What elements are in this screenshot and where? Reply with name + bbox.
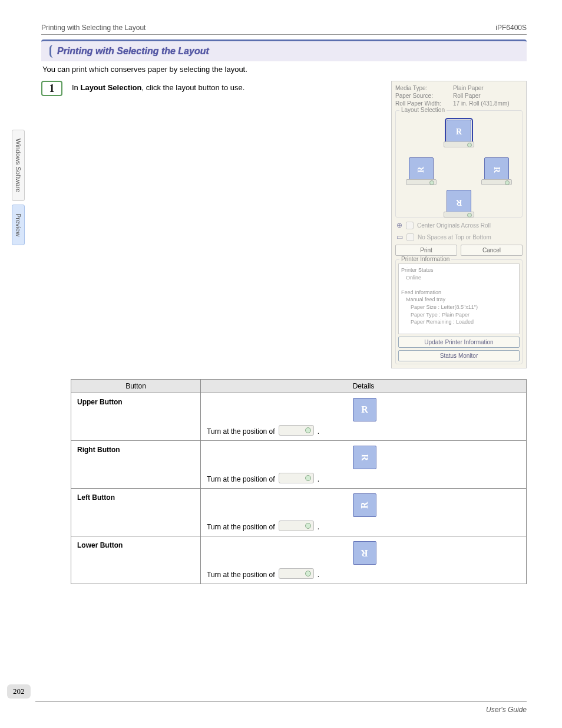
feed-l2: Paper Size : Letter(8.5"x11") — [401, 304, 517, 311]
cancel-button[interactable]: Cancel — [461, 245, 523, 256]
detail-prefix: Turn at the position of — [207, 475, 275, 483]
chk-center[interactable] — [406, 222, 414, 229]
button-name-cell: Left Button — [71, 489, 201, 536]
table-row: Lower ButtonRTurn at the position of . — [71, 536, 527, 584]
layout-lower-button[interactable]: R — [447, 190, 471, 215]
col-button: Button — [71, 380, 201, 393]
center-icon: ⊕ — [396, 221, 402, 229]
chk-nospace-label: No Spaces at Top or Bottom — [418, 234, 491, 241]
detail-prefix: Turn at the position of — [207, 523, 275, 531]
r-glyph-icon: R — [456, 127, 462, 137]
roll-icon — [279, 473, 314, 483]
detail-prefix: Turn at the position of — [207, 571, 275, 579]
step-suffix: , click the layout button to use. — [142, 83, 245, 92]
step-prefix: In — [72, 83, 80, 92]
page-number: 202 — [7, 684, 31, 699]
paper-source-label: Paper Source: — [395, 93, 448, 99]
page-title: Printing with Selecting the Layout — [49, 45, 215, 58]
media-type-value: Plain Paper — [453, 85, 484, 91]
roll-icon — [279, 568, 314, 579]
detail-cell: RTurn at the position of . — [201, 441, 527, 489]
no-spaces-checkbox[interactable]: ▭No Spaces at Top or Bottom — [396, 233, 521, 241]
button-name-cell: Right Button — [71, 441, 201, 489]
button-name-cell: Lower Button — [71, 536, 201, 584]
col-details: Details — [201, 380, 527, 393]
step-bold: Layout Selection — [80, 83, 141, 92]
detail-cell: RTurn at the position of . — [201, 536, 527, 584]
intro-text: You can print which conserves paper by s… — [42, 65, 525, 74]
detail-suffix: . — [318, 523, 319, 531]
button-name-cell: Upper Button — [71, 393, 201, 441]
r-glyph-icon: R — [359, 454, 370, 461]
layout-selection-group: Layout Selection R R R R — [395, 110, 523, 218]
nospace-icon: ▭ — [396, 233, 403, 241]
print-button[interactable]: Print — [395, 245, 457, 256]
feed-l1: Manual feed tray — [401, 296, 517, 304]
update-printer-button[interactable]: Update Printer Information — [398, 337, 520, 348]
printer-status-box: Printer Status Online Feed Information M… — [398, 263, 520, 334]
breadcrumb: Printing with Selecting the Layout — [41, 24, 146, 32]
r-glyph-icon: R — [416, 167, 426, 173]
table-row: Left ButtonRTurn at the position of . — [71, 489, 527, 536]
status-online: Online — [401, 274, 517, 282]
layout-selection-title: Layout Selection — [399, 107, 447, 113]
layout-right-button[interactable]: R — [484, 157, 509, 182]
side-tab-preview[interactable]: Preview — [12, 205, 25, 245]
top-bar: Printing with Selecting the Layout iPF64… — [41, 24, 527, 35]
roll-title: Roll Paper 1 — [401, 333, 517, 334]
r-glyph-icon: R — [456, 197, 462, 207]
detail-prefix: Turn at the position of — [207, 427, 275, 436]
detail-cell: RTurn at the position of . — [201, 393, 527, 441]
media-type-label: Media Type: — [395, 85, 448, 91]
status-monitor-button[interactable]: Status Monitor — [398, 350, 520, 361]
title-bar: Printing with Selecting the Layout — [41, 39, 527, 61]
model-label: iPF6400S — [495, 24, 527, 32]
layout-dialog: Media Type:Plain Paper Paper Source:Roll… — [391, 81, 527, 368]
r-glyph-icon: R — [361, 548, 368, 558]
chk-nospace[interactable] — [406, 233, 414, 241]
r-glyph-icon: R — [359, 502, 370, 509]
detail-suffix: . — [318, 571, 319, 579]
r-glyph-icon: R — [492, 167, 501, 173]
table-row: Right ButtonRTurn at the position of . — [71, 441, 527, 489]
status-title: Printer Status — [401, 266, 517, 274]
detail-cell: RTurn at the position of . — [201, 489, 527, 536]
r-glyph-icon: R — [361, 404, 368, 415]
step-text: In Layout Selection, click the layout bu… — [72, 81, 382, 92]
feed-title: Feed Information — [401, 289, 517, 297]
feed-l4: Paper Remaining : Loaded — [401, 318, 517, 326]
step-number: 1 — [41, 81, 62, 96]
detail-suffix: . — [318, 475, 319, 483]
paper-source-value: Roll Paper — [453, 93, 481, 99]
side-tab-windows-software[interactable]: Windows Software — [12, 130, 25, 201]
layout-left-button[interactable]: R — [409, 157, 434, 182]
printer-info-title: Printer Information — [399, 256, 451, 262]
detail-suffix: . — [318, 427, 319, 436]
roll-width-label: Roll Paper Width: — [395, 100, 448, 107]
footer: User's Guide — [35, 701, 527, 714]
roll-icon — [279, 521, 314, 531]
side-tabs: Windows Software Preview — [12, 130, 25, 245]
printer-info-group: Printer Information Printer Status Onlin… — [395, 259, 523, 364]
layout-detail-table: Button Details Upper ButtonRTurn at the … — [71, 379, 527, 584]
feed-l3: Paper Type : Plain Paper — [401, 311, 517, 319]
roll-icon — [279, 425, 314, 436]
chk-center-label: Center Originals Across Roll — [417, 222, 491, 229]
center-originals-checkbox[interactable]: ⊕Center Originals Across Roll — [396, 221, 521, 229]
table-row: Upper ButtonRTurn at the position of . — [71, 393, 527, 441]
layout-upper-button[interactable]: R — [447, 120, 471, 144]
step-row: 1 In Layout Selection, click the layout … — [41, 81, 527, 368]
roll-width-value: 17 in. Roll (431.8mm) — [453, 100, 510, 107]
